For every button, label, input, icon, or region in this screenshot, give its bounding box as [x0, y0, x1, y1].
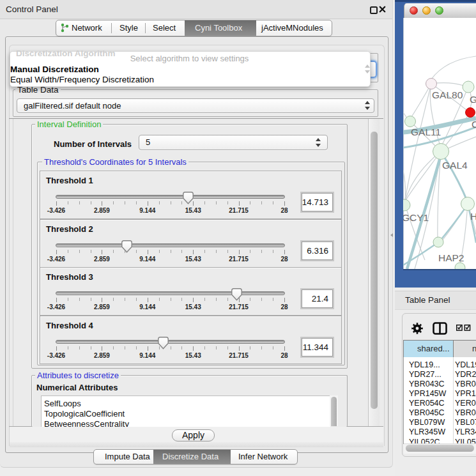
svg-text:GAL80: GAL80	[432, 89, 463, 100]
svg-text:GCY1: GCY1	[403, 212, 429, 223]
svg-text:CY: CY	[472, 119, 476, 130]
svg-text:HAP2: HAP2	[438, 252, 464, 263]
svg-text:GAL7: GAL7	[470, 94, 476, 105]
svg-text:GAL11: GAL11	[411, 127, 441, 137]
svg-text:GAL4: GAL4	[442, 160, 468, 171]
svg-text:HI: HI	[470, 211, 476, 222]
